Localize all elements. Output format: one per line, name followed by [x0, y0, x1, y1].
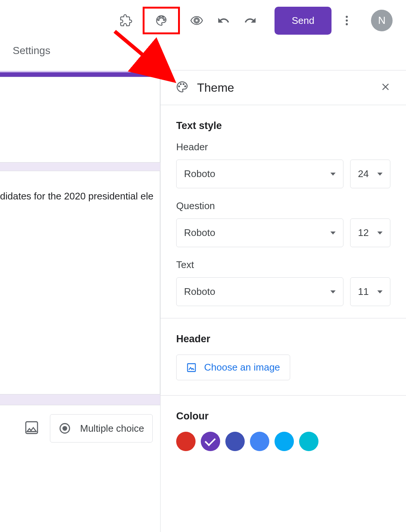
chevron-down-icon [330, 232, 336, 234]
undo-icon[interactable] [212, 9, 235, 32]
svg-point-5 [178, 86, 180, 87]
chevron-down-icon [330, 173, 336, 176]
add-image-icon[interactable] [24, 420, 39, 437]
theme-panel: Theme Text style Header Roboto 24 Questi… [160, 70, 406, 532]
redo-icon[interactable] [239, 9, 262, 32]
text-size-select[interactable]: 11 [350, 277, 390, 306]
colour-swatch[interactable] [201, 432, 220, 451]
preview-icon[interactable] [185, 9, 208, 32]
form-accent-bar [0, 71, 160, 77]
svg-rect-9 [188, 363, 196, 371]
account-avatar[interactable]: N [371, 10, 393, 31]
header-section-heading: Header [176, 333, 390, 345]
theme-panel-header: Theme [161, 70, 406, 105]
question-text: didates for the 2020 presidential ele [0, 191, 160, 202]
top-toolbar: Send N [0, 0, 406, 41]
colour-swatch[interactable] [275, 432, 294, 451]
svg-point-8 [184, 86, 186, 87]
colour-swatch[interactable] [225, 432, 245, 451]
text-font-select[interactable]: Roboto [176, 277, 343, 306]
question-font-value: Roboto [184, 227, 215, 239]
choose-image-label: Choose an image [204, 362, 280, 373]
question-size-value: 12 [358, 227, 369, 239]
form-header-block [0, 77, 160, 163]
question-type-select[interactable]: Multiple choice [50, 414, 153, 443]
colour-swatch[interactable] [250, 432, 269, 451]
send-button[interactable]: Send [275, 7, 332, 35]
header-size-value: 24 [358, 168, 369, 180]
colour-section-heading: Colour [176, 410, 390, 422]
customize-theme-icon[interactable] [143, 7, 180, 34]
more-menu-icon[interactable] [335, 9, 358, 32]
colour-swatch[interactable] [176, 432, 196, 451]
svg-point-1 [346, 19, 348, 22]
header-font-select[interactable]: Roboto [176, 160, 343, 188]
question-font-label: Question [176, 200, 390, 212]
colour-swatch[interactable] [299, 432, 318, 451]
svg-point-7 [183, 84, 184, 85]
chevron-down-icon [377, 290, 383, 293]
text-size-value: 11 [358, 286, 369, 298]
theme-panel-title: Theme [197, 81, 234, 95]
chevron-down-icon [377, 173, 383, 176]
svg-point-6 [180, 84, 181, 85]
colour-swatches [176, 432, 390, 451]
chevron-down-icon [377, 232, 383, 234]
question-font-select[interactable]: Roboto [176, 218, 343, 247]
form-preview-area: didates for the 2020 presidential ele Mu… [0, 71, 160, 451]
text-font-label: Text [176, 259, 390, 271]
question-toolbar: Multiple choice [0, 405, 160, 451]
addons-icon[interactable] [114, 9, 137, 32]
chevron-down-icon [330, 290, 336, 293]
question-type-label: Multiple choice [80, 423, 144, 434]
header-font-value: Roboto [184, 168, 215, 180]
image-icon [186, 362, 197, 373]
close-icon[interactable] [380, 81, 391, 94]
svg-point-0 [346, 16, 348, 18]
svg-point-4 [63, 426, 67, 431]
text-font-value: Roboto [184, 286, 215, 298]
question-size-select[interactable]: 12 [350, 218, 390, 247]
header-size-select[interactable]: 24 [350, 160, 390, 188]
tab-settings[interactable]: Settings [0, 41, 406, 63]
palette-icon [175, 80, 189, 95]
svg-point-2 [346, 23, 348, 25]
text-style-heading: Text style [176, 120, 390, 132]
header-font-label: Header [176, 141, 390, 153]
choose-image-button[interactable]: Choose an image [176, 355, 290, 380]
form-question-block: didates for the 2020 presidential ele [0, 171, 160, 394]
